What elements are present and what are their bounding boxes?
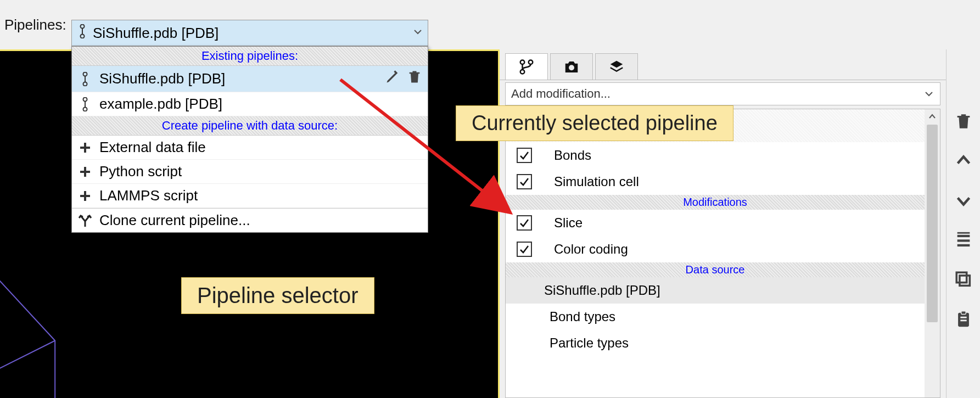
modifier-color-coding[interactable]: Color coding <box>506 236 925 262</box>
create-python-script[interactable]: Python script <box>72 160 428 184</box>
chevron-down-icon <box>923 88 934 99</box>
plus-icon <box>77 141 93 154</box>
item-label: Bond types <box>550 309 615 324</box>
checkbox-icon[interactable] <box>517 174 532 189</box>
pipeline-icon <box>77 72 93 86</box>
plus-icon <box>77 165 93 178</box>
create-item-label: LAMMPS script <box>99 187 198 204</box>
modifier-slice[interactable]: Slice <box>506 210 925 236</box>
layers-icon <box>608 59 625 75</box>
pipeline-selector-combo[interactable]: SiShuffle.pdb [PDB] <box>71 20 428 46</box>
clone-label: Clone current pipeline... <box>99 212 250 229</box>
dropdown-header-existing: Existing pipelines: <box>72 47 428 66</box>
visual-item-simcell[interactable]: Simulation cell <box>506 169 925 195</box>
data-source-child-particletypes[interactable]: Particle types <box>506 330 925 356</box>
svg-rect-22 <box>960 319 966 321</box>
create-lammps-script[interactable]: LAMMPS script <box>72 184 428 208</box>
copy-button[interactable] <box>952 268 975 291</box>
preset-button[interactable] <box>952 228 975 251</box>
svg-point-4 <box>83 82 87 86</box>
create-external-file[interactable]: External data file <box>72 136 428 160</box>
data-source-row[interactable]: SiShuffle.pdb [PDB] <box>506 277 925 304</box>
fork-icon <box>77 214 93 228</box>
pipelines-label: Pipelines: <box>4 16 66 33</box>
dropdown-header-create: Create pipeline with data source: <box>72 116 428 136</box>
camera-icon <box>563 59 580 75</box>
checkbox-icon[interactable] <box>517 242 532 257</box>
svg-point-6 <box>83 97 87 101</box>
svg-rect-20 <box>961 311 966 315</box>
tab-pipeline[interactable] <box>505 53 548 80</box>
svg-point-0 <box>81 25 85 29</box>
create-item-label: Python script <box>99 163 182 180</box>
callout-currently-selected: Currently selected pipeline <box>456 105 733 141</box>
svg-rect-21 <box>960 317 966 318</box>
scrollbar[interactable] <box>925 109 940 397</box>
pipeline-combo-value: SiShuffle.pdb [PDB] <box>93 25 412 42</box>
add-modification-label: Add modification... <box>511 87 611 101</box>
panel-tabs <box>500 49 946 80</box>
delete-button[interactable] <box>952 110 975 133</box>
paste-button[interactable] <box>952 307 975 330</box>
pipeline-item-label: SiShuffle.pdb [PDB] <box>99 70 225 87</box>
svg-point-3 <box>83 72 87 76</box>
scroll-thumb[interactable] <box>927 125 938 322</box>
pipeline-item-sishuffle[interactable]: SiShuffle.pdb [PDB] <box>72 66 428 92</box>
rename-icon[interactable] <box>385 69 400 88</box>
svg-point-7 <box>83 107 87 111</box>
move-down-button[interactable] <box>952 189 975 212</box>
right-panel: Add modification... Bonds Simulation cel… <box>500 49 980 398</box>
git-branch-icon <box>518 59 535 75</box>
checkbox-icon[interactable] <box>517 148 532 163</box>
callout-pipeline-selector: Pipeline selector <box>181 277 374 314</box>
visual-item-bonds[interactable]: Bonds <box>506 142 925 169</box>
tab-render[interactable] <box>550 53 593 80</box>
scroll-up-icon[interactable] <box>925 109 940 124</box>
svg-rect-18 <box>956 272 966 282</box>
item-label: Simulation cell <box>554 174 639 189</box>
data-source-child-bondtypes[interactable]: Bond types <box>506 304 925 330</box>
svg-rect-17 <box>959 276 969 285</box>
item-label: Bonds <box>554 148 591 163</box>
create-item-label: External data file <box>99 139 206 156</box>
pipeline-dropdown: Existing pipelines: SiShuffle.pdb [PDB] … <box>71 46 428 233</box>
svg-point-10 <box>520 70 525 74</box>
add-modification-combo[interactable]: Add modification... <box>505 82 940 105</box>
section-modifications: Modifications <box>506 195 925 210</box>
pipeline-icon <box>77 97 93 111</box>
checkbox-icon[interactable] <box>517 215 532 231</box>
section-data-source: Data source <box>506 262 925 277</box>
pipeline-item-example[interactable]: example.pdb [PDB] <box>72 92 428 116</box>
item-label: Particle types <box>550 335 629 351</box>
item-label: Color coding <box>554 242 628 257</box>
svg-point-11 <box>529 60 533 64</box>
svg-point-1 <box>81 35 85 38</box>
chevron-down-icon <box>412 25 423 41</box>
pipeline-item-label: example.pdb [PDB] <box>99 96 222 113</box>
side-toolbar <box>946 49 980 398</box>
tab-layers[interactable] <box>595 53 638 80</box>
move-up-button[interactable] <box>952 149 975 172</box>
plus-icon <box>77 189 93 203</box>
modification-list: Bonds Simulation cell Modifications Slic… <box>505 109 940 398</box>
pipeline-icon <box>76 24 88 42</box>
item-label: Slice <box>554 215 583 231</box>
clone-pipeline[interactable]: Clone current pipeline... <box>72 209 428 232</box>
svg-point-9 <box>520 60 525 64</box>
data-source-label: SiShuffle.pdb [PDB] <box>544 283 660 298</box>
panel-main: Add modification... Bonds Simulation cel… <box>500 49 946 398</box>
svg-point-12 <box>569 65 574 70</box>
delete-icon[interactable] <box>407 69 422 88</box>
